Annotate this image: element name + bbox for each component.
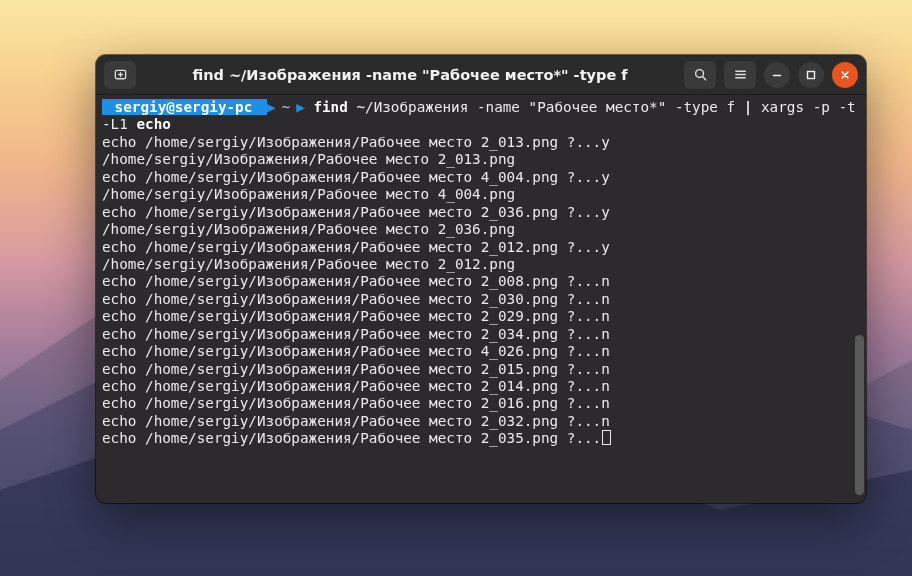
new-tab-icon [113, 67, 128, 82]
prompt-user-host: sergiy@sergiy-pc [102, 99, 267, 115]
search-icon [693, 67, 708, 82]
terminal-output: sergiy@sergiy-pc ▶~▶ find ~/Изображения … [102, 99, 866, 448]
maximize-button[interactable] [798, 62, 824, 88]
prompt-caret: ▶ [296, 99, 305, 115]
close-icon [839, 69, 851, 81]
hamburger-icon [733, 67, 748, 82]
window-title: find ~/Изображения -name "Рабочее место*… [144, 67, 676, 83]
desktop-wallpaper: find ~/Изображения -name "Рабочее место*… [0, 0, 912, 576]
new-tab-button[interactable] [104, 61, 136, 89]
prompt-arrow: ▶ [267, 99, 276, 115]
window-titlebar[interactable]: find ~/Изображения -name "Рабочее место*… [96, 55, 866, 95]
close-button[interactable] [832, 62, 858, 88]
svg-rect-2 [808, 71, 815, 78]
minimize-icon [771, 69, 783, 81]
minimize-button[interactable] [764, 62, 790, 88]
terminal-cursor [602, 430, 610, 445]
hamburger-menu-button[interactable] [724, 61, 756, 89]
search-button[interactable] [684, 61, 716, 89]
terminal-window: find ~/Изображения -name "Рабочее место*… [96, 55, 866, 503]
scrollbar-thumb[interactable] [855, 335, 864, 495]
prompt-path: ~ [276, 99, 297, 115]
terminal-body[interactable]: sergiy@sergiy-pc ▶~▶ find ~/Изображения … [96, 95, 866, 503]
maximize-icon [805, 69, 817, 81]
